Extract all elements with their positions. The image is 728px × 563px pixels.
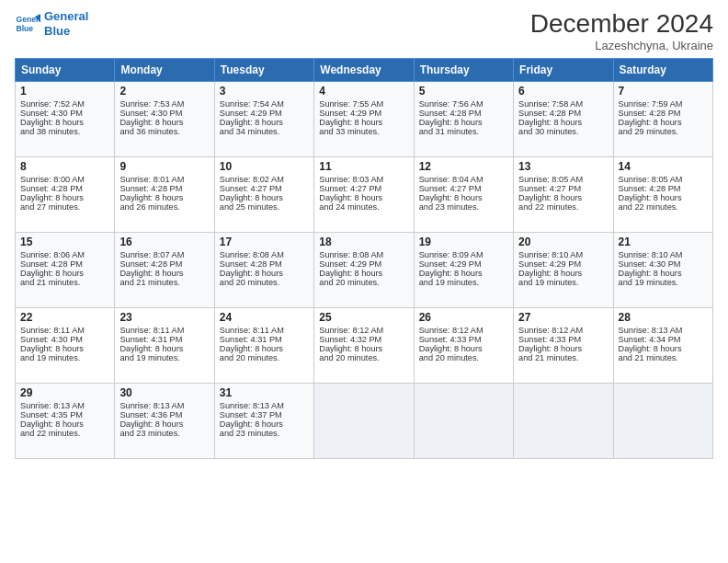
day-number: 8 <box>20 160 109 173</box>
logo-icon: General Blue <box>15 11 40 37</box>
cell-info-line: Sunrise: 8:12 AM <box>419 326 508 335</box>
cell-info-line: and 33 minutes. <box>319 127 408 136</box>
cell-info-line: Sunrise: 8:10 AM <box>619 250 708 259</box>
table-row <box>314 384 414 459</box>
logo-line2: Blue <box>44 24 70 38</box>
cell-info-line: Sunrise: 8:13 AM <box>20 401 109 410</box>
cell-info-line: Daylight: 8 hours <box>619 118 708 127</box>
cell-info-line: Sunrise: 7:54 AM <box>220 99 309 109</box>
cell-info-line: Sunset: 4:31 PM <box>119 335 209 344</box>
cell-info-line: and 25 minutes. <box>220 202 309 212</box>
cell-info-line: and 21 minutes. <box>619 353 708 362</box>
table-row: 6Sunrise: 7:58 AMSunset: 4:28 PMDaylight… <box>514 82 613 157</box>
day-number: 28 <box>619 311 708 324</box>
day-number: 5 <box>419 85 508 98</box>
table-row: 30Sunrise: 8:13 AMSunset: 4:36 PMDayligh… <box>115 384 214 459</box>
cell-info-line: Sunrise: 8:08 AM <box>319 250 408 259</box>
cell-info-line: Sunrise: 8:00 AM <box>20 175 109 184</box>
day-number: 29 <box>20 386 109 399</box>
cell-info-line: Daylight: 8 hours <box>518 269 608 278</box>
day-number: 18 <box>319 236 408 248</box>
day-number: 2 <box>119 85 209 98</box>
cell-info-line: Daylight: 8 hours <box>220 344 309 353</box>
cell-info-line: Daylight: 8 hours <box>319 344 408 353</box>
cell-info-line: Sunset: 4:29 PM <box>220 109 309 118</box>
table-row <box>414 384 513 459</box>
table-row <box>514 384 613 459</box>
cell-info-line: Sunrise: 7:53 AM <box>119 99 209 109</box>
cell-info-line: Daylight: 8 hours <box>119 269 209 278</box>
cell-info-line: and 38 minutes. <box>20 127 109 136</box>
day-number: 26 <box>419 311 508 324</box>
cell-info-line: Sunrise: 8:11 AM <box>119 326 209 335</box>
cell-info-line: Sunrise: 8:12 AM <box>319 326 408 335</box>
cell-info-line: and 23 minutes. <box>220 429 309 438</box>
day-number: 16 <box>119 236 209 248</box>
cell-info-line: Daylight: 8 hours <box>619 193 708 202</box>
cell-info-line: Sunrise: 8:10 AM <box>518 250 608 259</box>
cell-info-line: Sunrise: 8:04 AM <box>419 175 508 184</box>
cell-info-line: and 22 minutes. <box>619 202 708 212</box>
day-number: 25 <box>319 311 408 324</box>
table-row: 27Sunrise: 8:12 AMSunset: 4:33 PMDayligh… <box>514 308 613 384</box>
table-row: 2Sunrise: 7:53 AMSunset: 4:30 PMDaylight… <box>115 82 214 157</box>
table-row: 22Sunrise: 8:11 AMSunset: 4:30 PMDayligh… <box>16 308 115 384</box>
cell-info-line: Sunset: 4:28 PM <box>619 184 708 193</box>
cell-info-line: Sunset: 4:31 PM <box>220 335 309 344</box>
cell-info-line: Daylight: 8 hours <box>518 118 608 127</box>
cell-info-line: Daylight: 8 hours <box>20 269 109 278</box>
cell-info-line: Sunset: 4:29 PM <box>319 259 408 269</box>
cell-info-line: Daylight: 8 hours <box>20 344 109 353</box>
page: General Blue General Blue December 2024 … <box>0 0 728 563</box>
table-row: 13Sunrise: 8:05 AMSunset: 4:27 PMDayligh… <box>514 157 613 233</box>
table-row: 12Sunrise: 8:04 AMSunset: 4:27 PMDayligh… <box>414 157 513 233</box>
cell-info-line: Sunrise: 8:08 AM <box>220 250 309 259</box>
cell-info-line: Daylight: 8 hours <box>119 193 209 202</box>
cell-info-line: Sunset: 4:28 PM <box>619 109 708 118</box>
cell-info-line: Daylight: 8 hours <box>319 269 408 278</box>
table-row: 23Sunrise: 8:11 AMSunset: 4:31 PMDayligh… <box>115 308 214 384</box>
table-row: 11Sunrise: 8:03 AMSunset: 4:27 PMDayligh… <box>314 157 414 233</box>
table-row: 1Sunrise: 7:52 AMSunset: 4:30 PMDaylight… <box>16 82 115 157</box>
cell-info-line: and 36 minutes. <box>119 127 209 136</box>
table-row: 15Sunrise: 8:06 AMSunset: 4:28 PMDayligh… <box>16 233 115 308</box>
cell-info-line: Sunset: 4:28 PM <box>20 259 109 269</box>
cell-info-line: and 22 minutes. <box>20 429 109 438</box>
day-number: 14 <box>619 160 708 173</box>
header: General Blue General Blue December 2024 … <box>15 9 713 52</box>
cell-info-line: and 20 minutes. <box>319 353 408 362</box>
cell-info-line: Sunrise: 8:12 AM <box>518 326 608 335</box>
day-number: 6 <box>518 85 608 98</box>
table-row: 25Sunrise: 8:12 AMSunset: 4:32 PMDayligh… <box>314 308 414 384</box>
day-number: 27 <box>518 311 608 324</box>
cell-info-line: Sunset: 4:30 PM <box>619 259 708 269</box>
cell-info-line: Sunrise: 8:05 AM <box>619 175 708 184</box>
table-row: 5Sunrise: 7:56 AMSunset: 4:28 PMDaylight… <box>414 82 513 157</box>
cell-info-line: Daylight: 8 hours <box>20 419 109 429</box>
cell-info-line: Sunrise: 8:13 AM <box>119 401 209 410</box>
col-thursday: Thursday <box>414 59 513 82</box>
cell-info-line: and 19 minutes. <box>119 353 209 362</box>
cell-info-line: Sunrise: 8:11 AM <box>220 326 309 335</box>
col-sunday: Sunday <box>16 59 115 82</box>
cell-info-line: and 31 minutes. <box>419 127 508 136</box>
cell-info-line: Sunset: 4:29 PM <box>419 259 508 269</box>
cell-info-line: and 20 minutes. <box>220 278 309 287</box>
svg-text:Blue: Blue <box>17 23 34 32</box>
cell-info-line: Sunset: 4:34 PM <box>619 335 708 344</box>
day-number: 22 <box>20 311 109 324</box>
month-title: December 2024 <box>530 9 713 39</box>
cell-info-line: and 26 minutes. <box>119 202 209 212</box>
cell-info-line: Sunrise: 7:56 AM <box>419 99 508 109</box>
table-row: 31Sunrise: 8:13 AMSunset: 4:37 PMDayligh… <box>214 384 313 459</box>
cell-info-line: Daylight: 8 hours <box>20 193 109 202</box>
cell-info-line: Sunset: 4:28 PM <box>518 109 608 118</box>
cell-info-line: Sunset: 4:30 PM <box>20 335 109 344</box>
cell-info-line: Sunset: 4:28 PM <box>119 184 209 193</box>
cell-info-line: Daylight: 8 hours <box>619 269 708 278</box>
cell-info-line: Sunrise: 8:06 AM <box>20 250 109 259</box>
day-number: 10 <box>220 160 309 173</box>
day-number: 30 <box>119 386 209 399</box>
col-wednesday: Wednesday <box>314 59 414 82</box>
day-number: 19 <box>419 236 508 248</box>
